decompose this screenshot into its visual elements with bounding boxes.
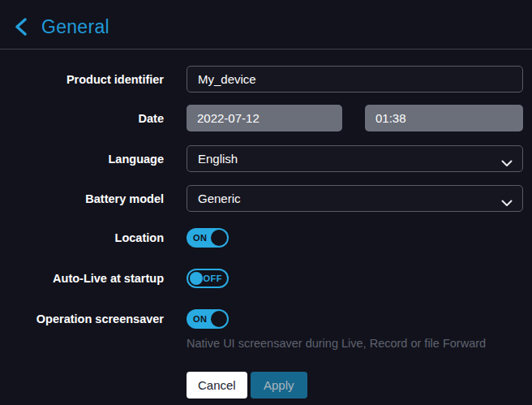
- auto-live-toggle[interactable]: OFF: [187, 269, 229, 288]
- auto-live-label: Auto-Live at startup: [0, 272, 164, 285]
- location-label: Location: [0, 231, 164, 244]
- language-row: Language English: [0, 145, 523, 172]
- toggle-knob: [211, 230, 227, 246]
- location-toggle[interactable]: ON: [187, 228, 229, 248]
- location-row: Location ON: [0, 228, 523, 248]
- product-identifier-input[interactable]: [187, 66, 523, 93]
- toggle-knob: [211, 311, 227, 327]
- operation-screensaver-toggle[interactable]: ON: [187, 309, 229, 329]
- battery-model-row: Battery model Generic: [0, 185, 523, 212]
- page-title: General: [41, 16, 109, 38]
- toggle-state-text: OFF: [204, 274, 223, 283]
- battery-model-selected-value: Generic: [198, 192, 241, 205]
- battery-model-select[interactable]: Generic: [187, 185, 523, 212]
- date-label: Date: [0, 112, 164, 125]
- language-label: Language: [0, 153, 164, 166]
- chevron-left-icon: [14, 18, 28, 36]
- page-header: General: [0, 0, 532, 50]
- language-select[interactable]: English: [187, 145, 523, 172]
- product-identifier-label: Product identifier: [0, 73, 164, 86]
- time-input[interactable]: [365, 105, 523, 131]
- apply-button[interactable]: Apply: [251, 372, 307, 399]
- toggle-state-text: ON: [193, 314, 208, 324]
- operation-screensaver-label: Operation screensaver: [0, 312, 164, 325]
- back-button[interactable]: [11, 17, 31, 37]
- cancel-button[interactable]: Cancel: [187, 372, 247, 399]
- chevron-down-icon: [501, 156, 513, 170]
- screensaver-helper-text: Native UI screensaver during Live, Recor…: [187, 337, 523, 351]
- action-buttons: Cancel Apply: [187, 372, 523, 399]
- date-row: Date: [0, 105, 523, 131]
- auto-live-row: Auto-Live at startup OFF: [0, 269, 523, 288]
- battery-model-label: Battery model: [0, 192, 164, 205]
- date-input[interactable]: [187, 105, 342, 131]
- product-identifier-row: Product identifier: [0, 66, 523, 93]
- chevron-down-icon: [501, 196, 513, 209]
- language-selected-value: English: [198, 152, 238, 166]
- toggle-state-text: ON: [193, 233, 208, 243]
- toggle-knob: [190, 272, 203, 285]
- operation-screensaver-row: Operation screensaver ON: [0, 309, 523, 329]
